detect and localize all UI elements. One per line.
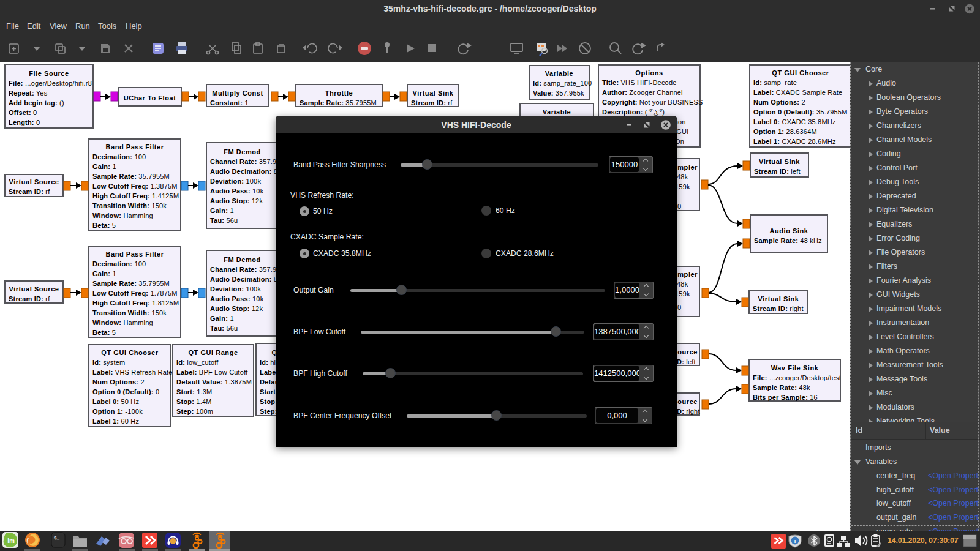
svg-text:lm: lm (7, 538, 15, 544)
svg-text:14.01.2020, 07:30:07: 14.01.2020, 07:30:07 (888, 536, 959, 545)
svg-text:$_: $_ (54, 535, 59, 541)
svg-text:i: i (794, 538, 796, 544)
